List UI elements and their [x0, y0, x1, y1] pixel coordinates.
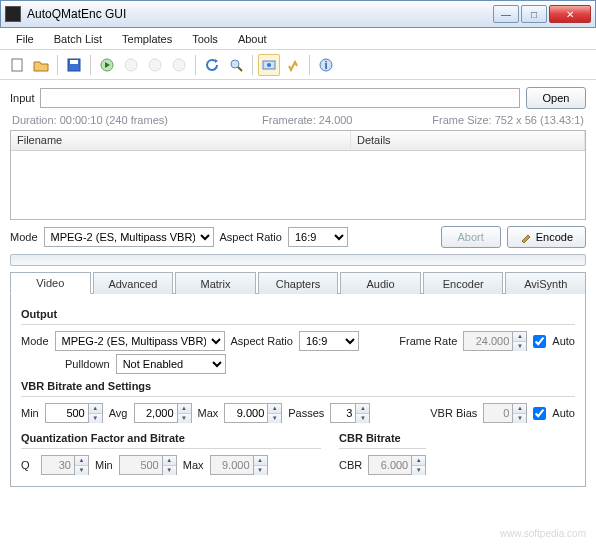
ar-select[interactable]: 16:9 [288, 227, 348, 247]
settings-icon[interactable] [282, 54, 304, 76]
stat-framesize: Frame Size: 752 x 56 (13.43:1) [422, 114, 584, 126]
menu-file[interactable]: File [8, 31, 42, 47]
q-label: Q [21, 459, 35, 471]
mode-label: Mode [10, 231, 38, 243]
svg-point-5 [149, 59, 161, 71]
svg-point-10 [267, 63, 271, 67]
col-details[interactable]: Details [351, 131, 585, 150]
cbr-spin[interactable] [368, 455, 412, 475]
info-icon[interactable]: i [315, 54, 337, 76]
v-mode-label: Mode [21, 335, 49, 347]
preview-icon[interactable] [258, 54, 280, 76]
pause-icon[interactable] [120, 54, 142, 76]
wand-icon [520, 231, 532, 243]
q-spin[interactable] [41, 455, 75, 475]
cbr-title: CBR Bitrate [339, 432, 426, 444]
toolbar: i [0, 50, 596, 80]
svg-rect-0 [12, 59, 22, 71]
encode-button[interactable]: Encode [507, 226, 586, 248]
svg-point-4 [125, 59, 137, 71]
qmin-spin[interactable] [119, 455, 163, 475]
pulldown-select[interactable]: Not Enabled [116, 354, 226, 374]
v-ar-select[interactable]: 16:9 [299, 331, 359, 351]
passes-label: Passes [288, 407, 324, 419]
menu-tools[interactable]: Tools [184, 31, 226, 47]
qmin-label: Min [95, 459, 113, 471]
tab-advanced[interactable]: Advanced [93, 272, 174, 294]
open-button[interactable]: Open [526, 87, 586, 109]
v-ar-label: Aspect Ratio [231, 335, 293, 347]
menubar: File Batch List Templates Tools About [0, 28, 596, 50]
svg-line-8 [238, 67, 242, 71]
minimize-button[interactable]: — [493, 5, 519, 23]
avg-label: Avg [109, 407, 128, 419]
stat-framerate: Framerate: 24.000 [262, 114, 422, 126]
bias-label: VBR Bias [430, 407, 477, 419]
bias-auto-label: Auto [552, 407, 575, 419]
avg-spin[interactable] [134, 403, 178, 423]
qmax-spin[interactable] [210, 455, 254, 475]
record-icon[interactable] [168, 54, 190, 76]
stop-icon[interactable] [144, 54, 166, 76]
progress-bar [10, 254, 586, 266]
min-spin[interactable] [45, 403, 89, 423]
tab-audio[interactable]: Audio [340, 272, 421, 294]
play-icon[interactable] [96, 54, 118, 76]
max-label: Max [198, 407, 219, 419]
cbr-label: CBR [339, 459, 362, 471]
col-filename[interactable]: Filename [11, 131, 351, 150]
menu-batch[interactable]: Batch List [46, 31, 110, 47]
video-panel: Output Mode MPEG-2 (ES, Multipass VBR) A… [10, 293, 586, 487]
input-label: Input [10, 92, 34, 104]
stat-duration: Duration: 00:00:10 (240 frames) [12, 114, 262, 126]
svg-text:i: i [324, 59, 327, 71]
search-icon[interactable] [225, 54, 247, 76]
close-button[interactable]: ✕ [549, 5, 591, 23]
tab-video[interactable]: Video [10, 272, 91, 294]
pulldown-label: Pulldown [65, 358, 110, 370]
open-icon[interactable] [30, 54, 52, 76]
max-spin[interactable] [224, 403, 268, 423]
fr-auto-label: Auto [552, 335, 575, 347]
quant-title: Quantization Factor and Bitrate [21, 432, 321, 444]
abort-button[interactable]: Abort [441, 226, 501, 248]
app-icon [5, 6, 21, 22]
output-title: Output [21, 308, 575, 320]
tab-avisynth[interactable]: AviSynth [505, 272, 586, 294]
min-label: Min [21, 407, 39, 419]
input-field[interactable] [40, 88, 520, 108]
v-mode-select[interactable]: MPEG-2 (ES, Multipass VBR) [55, 331, 225, 351]
new-icon[interactable] [6, 54, 28, 76]
save-icon[interactable] [63, 54, 85, 76]
file-list[interactable]: Filename Details [10, 130, 586, 220]
maximize-button[interactable]: □ [521, 5, 547, 23]
bias-spin[interactable] [483, 403, 513, 423]
tab-chapters[interactable]: Chapters [258, 272, 339, 294]
tab-matrix[interactable]: Matrix [175, 272, 256, 294]
ar-label: Aspect Ratio [220, 231, 282, 243]
menu-templates[interactable]: Templates [114, 31, 180, 47]
vbr-title: VBR Bitrate and Settings [21, 380, 575, 392]
fr-spin[interactable] [463, 331, 513, 351]
tab-encoder[interactable]: Encoder [423, 272, 504, 294]
svg-rect-2 [70, 60, 78, 64]
reload-icon[interactable] [201, 54, 223, 76]
svg-point-7 [231, 60, 239, 68]
passes-spin[interactable] [330, 403, 356, 423]
fr-auto-check[interactable] [533, 335, 546, 348]
watermark: www.softpedia.com [500, 528, 586, 539]
svg-point-6 [173, 59, 185, 71]
fr-label: Frame Rate [399, 335, 457, 347]
bias-auto-check[interactable] [533, 407, 546, 420]
mode-select[interactable]: MPEG-2 (ES, Multipass VBR) [44, 227, 214, 247]
window-title: AutoQMatEnc GUI [27, 7, 493, 21]
qmax-label: Max [183, 459, 204, 471]
menu-about[interactable]: About [230, 31, 275, 47]
